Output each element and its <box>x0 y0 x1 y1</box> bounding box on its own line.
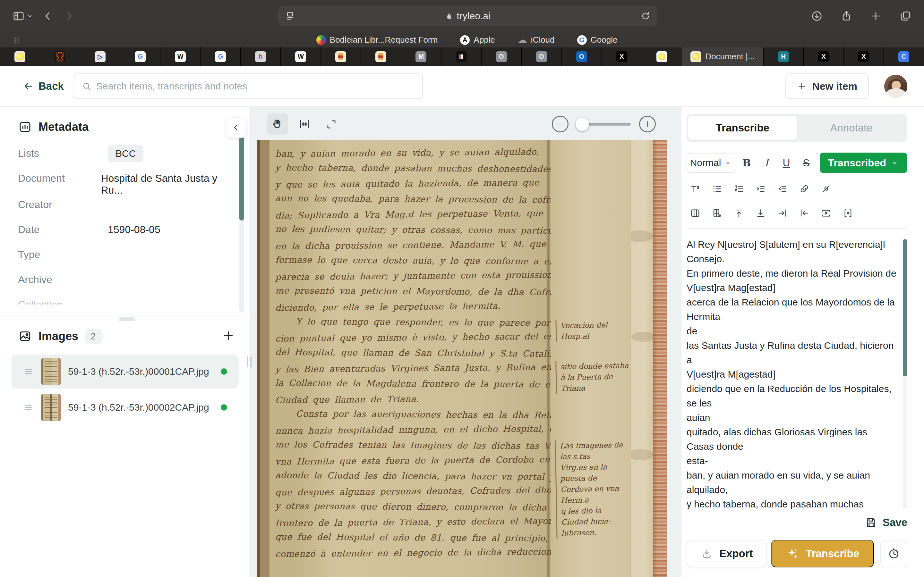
favorite-apple[interactable]: AApple <box>460 35 495 45</box>
bullet-list-button[interactable] <box>708 180 726 197</box>
transcribed-status-button[interactable]: Transcribed <box>820 153 907 173</box>
insert-column-right-button[interactable] <box>774 205 791 222</box>
reader-icon[interactable] <box>284 11 296 21</box>
browser-tab[interactable]: X <box>602 47 642 66</box>
browser-tab-active[interactable]: ♌Document |... <box>682 47 764 66</box>
sidebar-chevron-icon[interactable] <box>26 9 34 23</box>
bold-button[interactable]: B <box>738 154 755 171</box>
export-button[interactable]: Export <box>687 540 767 567</box>
add-image-button[interactable] <box>222 329 236 343</box>
metadata-row-date[interactable]: Date 1590-08-05 <box>0 221 231 246</box>
insert-table-button[interactable] <box>687 205 704 222</box>
browser-tab[interactable]: ▷ <box>80 47 120 66</box>
browser-tab[interactable]: W <box>281 47 321 66</box>
zoom-in-button[interactable] <box>639 116 656 132</box>
search-box[interactable] <box>74 73 423 99</box>
paragraph-style-dropdown[interactable]: Normal <box>687 153 735 173</box>
section-drag-handle[interactable] <box>119 318 135 321</box>
reload-icon[interactable] <box>640 11 651 21</box>
browser-tab[interactable]: W <box>160 47 200 66</box>
new-tab-icon[interactable] <box>869 9 883 23</box>
browser-tab[interactable]: ♌ <box>0 47 40 66</box>
search-input[interactable] <box>96 81 415 92</box>
image-viewer: ban, y auian morado en su vida, y se aui… <box>251 107 681 577</box>
tab-annotate[interactable]: Annotate <box>797 116 906 140</box>
image-list-item-2[interactable]: 59-1-3 (h.52r.-53r.)00002CAP.jpg <box>11 390 239 424</box>
transcribe-button[interactable]: Transcribe <box>771 540 874 567</box>
browser-tab[interactable] <box>321 47 361 66</box>
transcript-text[interactable]: Al Rey N[uestro] S[alutem] en su R[evere… <box>687 237 907 512</box>
superscript-button[interactable] <box>687 180 704 197</box>
metadata-row-archive[interactable]: Archive <box>0 271 231 296</box>
browser-tab[interactable]: C <box>884 47 924 66</box>
metadata-row-lists[interactable]: Lists BCC <box>0 145 231 170</box>
history-button[interactable] <box>880 540 907 567</box>
browser-tab[interactable]: G <box>200 47 241 66</box>
fit-width-button[interactable] <box>294 113 315 135</box>
transcript-scrollbar-thumb[interactable] <box>903 239 907 376</box>
pan-tool-button[interactable] <box>267 113 288 135</box>
save-button[interactable]: Save <box>883 516 907 529</box>
browser-tab[interactable]: X <box>804 47 844 66</box>
indent-button[interactable] <box>752 180 769 197</box>
forward-nav-icon[interactable] <box>62 9 76 23</box>
favorites-grid-icon[interactable] <box>11 35 21 45</box>
back-button[interactable]: Back <box>23 80 64 92</box>
new-item-button[interactable]: New item <box>785 73 869 99</box>
strikethrough-button[interactable]: S <box>798 154 815 171</box>
metadata-row-creator[interactable]: Creator <box>0 196 231 221</box>
browser-tab[interactable] <box>40 47 80 66</box>
favorite-google[interactable]: GGoogle <box>577 35 618 45</box>
browser-tab[interactable]: G <box>120 47 160 66</box>
panel-resize-handle[interactable] <box>247 356 252 367</box>
metadata-row-type[interactable]: Type <box>0 246 231 271</box>
downloads-icon[interactable] <box>810 9 824 23</box>
favorite-bodleian[interactable]: Bodleian Libr...Request Form <box>317 35 438 45</box>
underline-button[interactable]: U <box>778 154 795 171</box>
share-icon[interactable] <box>839 9 853 23</box>
metadata-scrollbar-thumb[interactable] <box>239 137 244 221</box>
insert-row-below-button[interactable] <box>752 205 769 222</box>
back-nav-icon[interactable] <box>41 9 55 23</box>
sidebar-toggle-icon[interactable] <box>11 9 26 23</box>
browser-tab[interactable]: O <box>522 47 562 66</box>
link-button[interactable] <box>796 180 813 197</box>
delete-row-button[interactable] <box>817 205 835 222</box>
zoom-slider-knob[interactable] <box>575 118 589 131</box>
image-list-item-1[interactable]: 59-1-3 (h.52r.-53r.)00001CAP.jpg <box>11 355 239 388</box>
drag-handle-icon[interactable] <box>23 403 34 412</box>
zoom-out-button[interactable] <box>552 116 569 132</box>
manuscript-image[interactable]: ban, y auian morado en su vida, y se aui… <box>257 140 667 577</box>
delete-column-button[interactable] <box>839 205 857 222</box>
browser-tab[interactable]: h <box>241 47 281 66</box>
browser-tab[interactable]: O <box>481 47 522 66</box>
tab-transcribe[interactable]: Transcribe <box>688 116 797 140</box>
browser-tab[interactable] <box>361 47 401 66</box>
metadata-scrollbar[interactable] <box>239 137 244 312</box>
favorite-icloud[interactable]: ☁iCloud <box>517 35 555 45</box>
browser-tab[interactable]: X <box>844 47 884 66</box>
collapse-panel-button[interactable] <box>226 117 246 138</box>
unlink-button[interactable] <box>817 180 835 197</box>
browser-tab[interactable]: M <box>401 47 441 66</box>
status-dot-green <box>221 404 227 411</box>
drag-handle-icon[interactable] <box>23 367 34 376</box>
insert-column-left-button[interactable] <box>796 205 813 222</box>
delete-table-button[interactable] <box>708 205 726 222</box>
browser-tab[interactable]: H <box>764 47 804 66</box>
user-avatar[interactable] <box>884 75 907 98</box>
metadata-row-collection[interactable]: Collection <box>0 296 231 305</box>
insert-row-above-button[interactable] <box>730 205 748 222</box>
italic-button[interactable]: I <box>758 154 775 171</box>
list-pill[interactable]: BCC <box>108 145 144 162</box>
outdent-button[interactable] <box>774 180 791 197</box>
fullscreen-button[interactable] <box>321 113 342 135</box>
zoom-slider[interactable] <box>577 116 631 132</box>
browser-tab[interactable]: O <box>562 47 602 66</box>
browser-tab[interactable]: ♌ <box>642 47 682 66</box>
address-bar[interactable]: tryleo.ai <box>278 6 657 26</box>
browser-tab[interactable]: Ⅲ <box>441 47 481 66</box>
tab-overview-icon[interactable] <box>898 9 913 23</box>
metadata-row-document[interactable]: Document Hospital de Santa Justa y Ru... <box>0 170 231 196</box>
numbered-list-button[interactable] <box>730 180 748 197</box>
